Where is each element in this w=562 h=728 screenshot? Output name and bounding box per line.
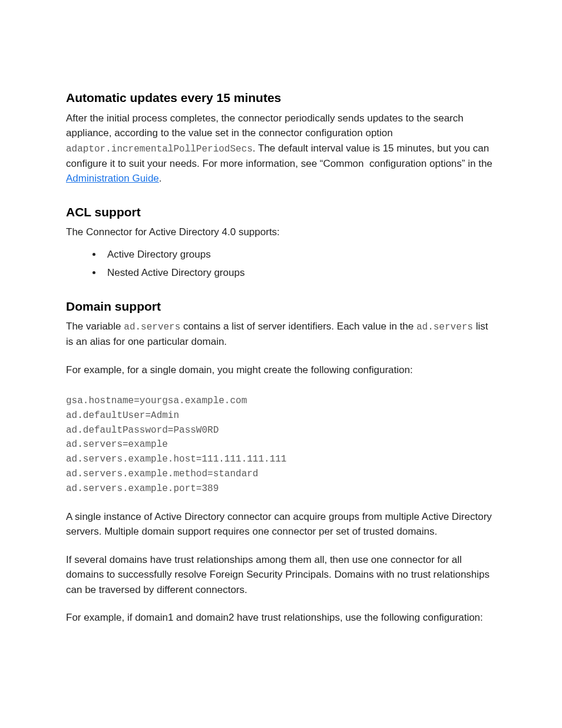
inline-code: ad.servers <box>124 322 180 332</box>
heading-domain-support: Domain support <box>66 297 496 316</box>
inline-code: adaptor.incrementalPollPeriodSecs <box>66 144 253 154</box>
inline-code: ad.servers <box>416 322 473 332</box>
heading-acl-support: ACL support <box>66 203 496 222</box>
paragraph-domain-variable: The variable ad.servers contains a list … <box>66 319 496 350</box>
text-segment: After the initial process completes, the… <box>66 113 464 139</box>
text-segment: The variable <box>66 321 124 332</box>
paragraph-automatic-updates: After the initial process completes, the… <box>66 111 496 186</box>
paragraph-trust-example-intro: For example, if domain1 and domain2 have… <box>66 610 496 625</box>
text-segment: . <box>159 173 162 184</box>
text-segment: contains a list of server identifiers. E… <box>180 321 416 332</box>
administration-guide-link[interactable]: Administration Guide <box>66 173 159 184</box>
list-item: Nested Active Directory groups <box>103 265 496 281</box>
configuration-code-block: gsa.hostname=yourgsa.example.com ad.defa… <box>66 394 496 496</box>
heading-automatic-updates: Automatic updates every 15 minutes <box>66 88 496 107</box>
paragraph-acl-intro: The Connector for Active Directory 4.0 s… <box>66 225 496 240</box>
paragraph-trust-relationships: If several domains have trust relationsh… <box>66 552 496 598</box>
paragraph-single-instance: A single instance of Active Directory co… <box>66 509 496 539</box>
list-item: Active Directory groups <box>103 247 496 262</box>
paragraph-domain-example-intro: For example, for a single domain, you mi… <box>66 363 496 378</box>
acl-support-list: Active Directory groups Nested Active Di… <box>66 247 496 281</box>
